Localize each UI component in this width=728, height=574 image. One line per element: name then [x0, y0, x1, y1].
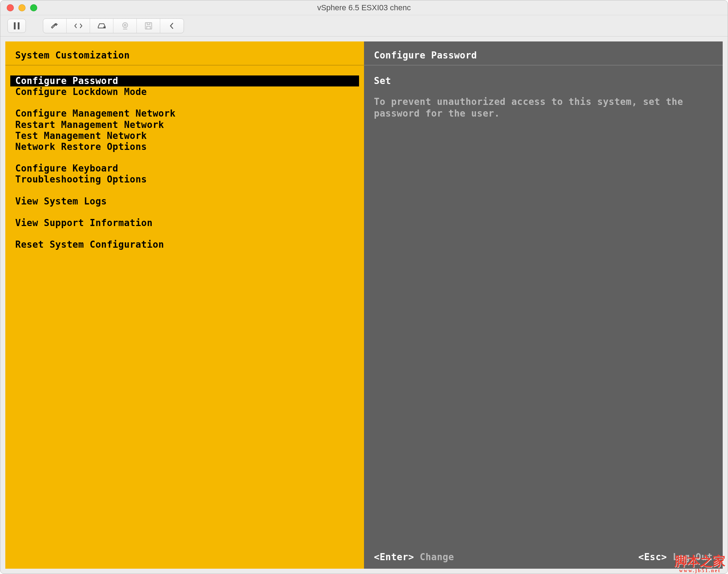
webcam-button[interactable] — [113, 19, 137, 33]
hint-esc: <Esc> Log Out — [638, 552, 713, 562]
disk-icon — [97, 23, 107, 29]
hint-enter-label: Change — [414, 552, 454, 562]
window-title: vSphere 6.5 ESXI03 chenc — [0, 0, 728, 15]
back-button[interactable] — [160, 19, 184, 33]
pause-icon — [13, 22, 20, 29]
menu-item-configure-keyboard[interactable]: Configure Keyboard — [10, 163, 359, 174]
menu-item-configure-management-network[interactable]: Configure Management Network — [10, 108, 359, 119]
close-window-button[interactable] — [7, 4, 14, 11]
left-pane-title: System Customization — [5, 41, 364, 66]
svg-rect-7 — [147, 23, 150, 24]
menu-item-view-system-logs[interactable]: View System Logs — [10, 196, 359, 207]
console-viewport: System Customization Configure PasswordC… — [0, 36, 728, 574]
resize-button[interactable] — [67, 19, 90, 33]
left-pane: System Customization Configure PasswordC… — [5, 41, 364, 569]
svg-point-4 — [124, 24, 126, 26]
minimize-window-button[interactable] — [18, 4, 26, 11]
svg-rect-6 — [147, 26, 150, 29]
password-status: Set — [374, 75, 713, 86]
titlebar: vSphere 6.5 ESXI03 chenc — [0, 0, 728, 15]
svg-point-2 — [103, 27, 105, 28]
floppy-button[interactable] — [137, 19, 160, 33]
svg-rect-1 — [18, 22, 19, 29]
pause-button[interactable] — [7, 19, 26, 33]
menu-item-configure-password[interactable]: Configure Password — [10, 75, 359, 86]
system-customization-menu: Configure PasswordConfigure Lockdown Mod… — [5, 66, 364, 261]
disk-button[interactable] — [90, 19, 113, 33]
menu-item-network-restore-options[interactable]: Network Restore Options — [10, 141, 359, 152]
toolbar — [0, 15, 728, 36]
hint-enter-key: <Enter> — [374, 552, 414, 562]
hint-enter: <Enter> Change — [374, 552, 454, 562]
zoom-window-button[interactable] — [30, 4, 37, 11]
svg-rect-0 — [14, 22, 16, 29]
right-pane-title: Configure Password — [364, 41, 723, 66]
svg-point-3 — [123, 23, 128, 28]
wrench-icon — [50, 21, 60, 30]
menu-item-reset-system-configuration[interactable]: Reset System Configuration — [10, 239, 359, 250]
back-icon — [169, 22, 175, 29]
password-description: To prevent unauthorized access to this s… — [374, 96, 713, 119]
app-window: vSphere 6.5 ESXI03 chenc — [0, 0, 728, 574]
hint-esc-label: Log Out — [667, 552, 713, 562]
resize-icon — [74, 23, 83, 29]
menu-item-configure-lockdown-mode[interactable]: Configure Lockdown Mode — [10, 86, 359, 97]
dcui-console[interactable]: System Customization Configure PasswordC… — [5, 41, 723, 569]
footer-hints: <Enter> Change <Esc> Log Out — [364, 552, 723, 562]
hint-esc-key: <Esc> — [638, 552, 667, 562]
right-pane: Configure Password Set To prevent unauth… — [364, 41, 723, 569]
traffic-lights — [7, 4, 37, 11]
detail-panel: Set To prevent unauthorized access to th… — [364, 66, 723, 119]
toolbar-device-group — [43, 18, 184, 33]
webcam-icon — [121, 22, 129, 30]
settings-button[interactable] — [43, 19, 67, 33]
menu-item-view-support-information[interactable]: View Support Information — [10, 218, 359, 229]
floppy-icon — [145, 22, 152, 30]
menu-item-restart-management-network[interactable]: Restart Management Network — [10, 119, 359, 130]
menu-item-troubleshooting-options[interactable]: Troubleshooting Options — [10, 174, 359, 185]
menu-item-test-management-network[interactable]: Test Management Network — [10, 130, 359, 141]
